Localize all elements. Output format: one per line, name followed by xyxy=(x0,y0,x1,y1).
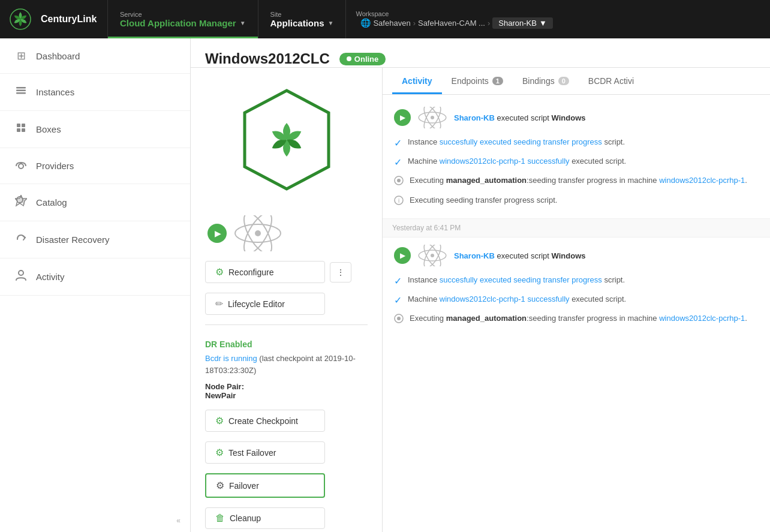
test-failover-button[interactable]: ⚙ Test Failover xyxy=(205,441,325,464)
sidebar-label-activity: Activity xyxy=(36,272,65,282)
entry-text-2-1: Instance succesfully executed seeding tr… xyxy=(408,275,625,285)
failover-label: Failover xyxy=(229,481,259,491)
sidebar-label-dashboard: Dashboard xyxy=(36,51,80,61)
check-icon-4: ✓ xyxy=(394,294,402,306)
breadcrumb-safehaven-cam[interactable]: SafeHaven-CAM ... xyxy=(418,19,485,28)
instance-logo-container xyxy=(205,80,368,206)
entry-text-1-1: Instance succesfully executed seeding tr… xyxy=(408,137,625,148)
dr-running-link[interactable]: Bcdr is running xyxy=(205,354,257,363)
check-icon-3: ✓ xyxy=(394,275,402,287)
entry-text-2-2: Machine windows2012clc-pcrhp-1 successfu… xyxy=(408,294,626,305)
sidebar-item-catalog[interactable]: Catalog xyxy=(0,184,190,221)
site-value: Applications ▼ xyxy=(270,18,334,28)
failover-icon: ⚙ xyxy=(216,480,224,491)
test-failover-icon: ⚙ xyxy=(215,447,224,458)
entry-text-1-3: Executing managed_automation:seeding tra… xyxy=(410,175,747,186)
activity-header-1: Sharon-KB executed script Windows xyxy=(384,100,770,133)
gear-icon-1 xyxy=(394,176,404,188)
breadcrumb-safehaven[interactable]: Safehaven xyxy=(373,19,410,28)
tab-activity[interactable]: Activity xyxy=(392,68,442,94)
sidebar-label-providers: Providers xyxy=(36,161,74,171)
create-checkpoint-icon: ⚙ xyxy=(215,415,224,426)
content-area: Windows2012CLC Online xyxy=(191,38,770,532)
sidebar-item-activity[interactable]: Activity xyxy=(0,259,190,296)
reconfigure-button[interactable]: ⚙ Reconfigure xyxy=(205,261,325,283)
dr-running-text: Bcdr is running (last checkpoint at 2019… xyxy=(205,353,368,376)
create-checkpoint-button[interactable]: ⚙ Create Checkpoint xyxy=(205,410,325,432)
tabs-row: Activity Endpoints 1 Bindings 0 BCDR Act… xyxy=(383,68,770,95)
site-label: Site xyxy=(270,11,334,18)
hexagon-logo xyxy=(239,86,335,194)
activity-executed-2: Sharon-KB executed script Windows xyxy=(454,251,585,260)
main-layout: ⊞ Dashboard Instances xyxy=(0,38,770,532)
reconfigure-row: ⚙ Reconfigure ⋮ xyxy=(205,261,368,283)
site-nav[interactable]: Site Applications ▼ xyxy=(258,0,347,38)
more-options-button[interactable]: ⋮ xyxy=(330,262,351,282)
activity-group-1: Sharon-KB executed script Windows ✓ Inst… xyxy=(383,100,770,218)
status-dot xyxy=(347,56,351,61)
sidebar-label-disaster-recovery: Disaster Recovery xyxy=(36,235,110,245)
svg-point-19 xyxy=(431,116,434,119)
sidebar-label-instances: Instances xyxy=(36,87,74,97)
cleanup-label: Cleanup xyxy=(230,513,261,523)
dr-section: DR Enabled Bcdr is running (last checkpo… xyxy=(205,339,368,400)
sidebar-label-catalog: Catalog xyxy=(36,197,67,208)
workspace-nav[interactable]: Workspace 🌐 Safehaven › SafeHaven-CAM ..… xyxy=(346,0,567,38)
service-nav[interactable]: Service Cloud Application Manager ▼ xyxy=(108,0,258,38)
sidebar-item-instances[interactable]: Instances xyxy=(0,74,190,111)
tab-bcdr[interactable]: BCDR Activi xyxy=(579,68,643,94)
service-dropdown-icon: ▼ xyxy=(240,20,246,26)
breadcrumb-dropdown-icon: ▼ xyxy=(539,19,547,28)
two-col-layout: ⚙ Reconfigure ⋮ ✏ Lifecycle Editor DR En… xyxy=(191,68,770,532)
instances-icon xyxy=(14,85,28,100)
check-icon-2: ✓ xyxy=(394,157,402,168)
test-failover-label: Test Failover xyxy=(228,448,276,458)
tab-endpoints[interactable]: Endpoints 1 xyxy=(442,68,513,94)
sidebar-item-providers[interactable]: Providers xyxy=(0,148,190,184)
globe-icon: 🌐 xyxy=(360,18,371,28)
workspace-label: Workspace xyxy=(356,10,557,17)
activity-entry-1-3: Executing managed_automation:seeding tra… xyxy=(394,172,760,191)
top-navigation: CenturyLink Service Cloud Application Ma… xyxy=(0,0,770,38)
lifecycle-editor-button[interactable]: ✏ Lifecycle Editor xyxy=(205,293,325,315)
sidebar-collapse-button[interactable]: « xyxy=(0,509,190,532)
activity-header-2: Sharon-KB executed script Windows xyxy=(384,238,770,271)
svg-text:i: i xyxy=(398,197,399,204)
sidebar-item-dashboard[interactable]: ⊞ Dashboard xyxy=(0,38,190,74)
brand-name: CenturyLink xyxy=(41,14,97,25)
tab-activity-label: Activity xyxy=(402,76,432,86)
bindings-badge: 0 xyxy=(558,77,569,85)
sidebar-item-disaster-recovery[interactable]: Disaster Recovery xyxy=(0,221,190,259)
play-atom-row xyxy=(205,215,368,251)
entry-text-1-4: Executing seeding transfer progress scri… xyxy=(410,195,557,206)
activity-group-2: Sharon-KB executed script Windows ✓ Inst… xyxy=(383,238,770,336)
cleanup-button[interactable]: 🗑 Cleanup xyxy=(205,507,325,529)
activity-play-icon-1 xyxy=(394,109,411,126)
svg-rect-7 xyxy=(22,128,25,132)
instance-header: Windows2012CLC Online xyxy=(191,38,770,68)
brand-logo[interactable]: CenturyLink xyxy=(0,0,108,38)
site-dropdown-icon: ▼ xyxy=(328,20,334,26)
endpoints-badge: 1 xyxy=(492,77,503,85)
activity-entries-2: ✓ Instance succesfully executed seeding … xyxy=(384,271,770,336)
breadcrumb-sharon-kb[interactable]: Sharon-KB ▼ xyxy=(492,17,552,29)
activity-entries-1: ✓ Instance succesfully executed seeding … xyxy=(384,133,770,218)
activity-entry-1-2: ✓ Machine windows2012clc-pcrhp-1 success… xyxy=(394,152,760,172)
pencil-icon: ✏ xyxy=(215,298,223,309)
svg-rect-2 xyxy=(16,90,26,92)
tab-bindings[interactable]: Bindings 0 xyxy=(513,68,579,94)
left-panel: ⚙ Reconfigure ⋮ ✏ Lifecycle Editor DR En… xyxy=(191,68,383,532)
activity-time-divider: Yesterday at 6:41 PM xyxy=(383,218,770,238)
svg-point-21 xyxy=(397,179,401,182)
tab-endpoints-label: Endpoints xyxy=(452,76,489,86)
play-button[interactable] xyxy=(207,224,227,243)
activity-play-icon-2 xyxy=(394,247,411,264)
divider-line xyxy=(205,324,368,325)
gear-icon-2 xyxy=(394,314,404,326)
service-label: Service xyxy=(120,11,246,18)
check-icon-1: ✓ xyxy=(394,137,402,149)
activity-entry-1-1: ✓ Instance succesfully executed seeding … xyxy=(394,133,760,152)
failover-button[interactable]: ⚙ Failover xyxy=(205,473,325,498)
activity-entry-1-4: i Executing seeding transfer progress sc… xyxy=(394,191,760,211)
sidebar-item-boxes[interactable]: Boxes xyxy=(0,111,190,148)
